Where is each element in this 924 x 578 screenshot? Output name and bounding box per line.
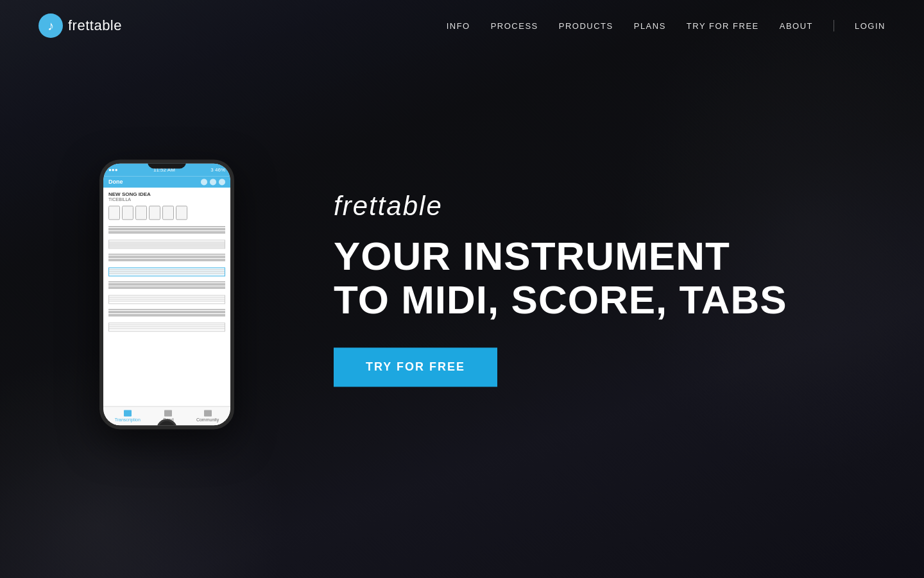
tab-line bbox=[109, 245, 225, 246]
staff-row-1 bbox=[108, 225, 225, 234]
nav-contact[interactable]: TRY FOR FREE bbox=[687, 21, 759, 31]
sheet-music bbox=[108, 223, 225, 337]
staff-line bbox=[108, 312, 225, 313]
chord-1 bbox=[108, 206, 120, 220]
tab-line bbox=[109, 326, 225, 327]
staff-line bbox=[108, 260, 225, 261]
status-battery: 3 46% bbox=[210, 167, 225, 173]
staff-line bbox=[108, 286, 225, 287]
chord-4 bbox=[149, 206, 160, 220]
phone-content: NEW SONG IDEA TICEBILLA bbox=[103, 188, 230, 340]
artist-name: TICEBILLA bbox=[108, 197, 225, 202]
staff-line bbox=[108, 254, 225, 254]
nav-community[interactable]: Community bbox=[196, 410, 219, 422]
nav-process[interactable]: PROCESS bbox=[491, 21, 538, 31]
staff-row-3 bbox=[108, 280, 225, 290]
chord-6 bbox=[176, 206, 187, 220]
staff-line bbox=[108, 288, 225, 288]
nav-login[interactable]: LOGIN bbox=[855, 21, 886, 31]
cta-button[interactable]: TRY FOR FREE bbox=[334, 348, 497, 387]
staff-line bbox=[108, 315, 225, 316]
phone-icons-bar bbox=[201, 179, 225, 185]
music-note-icon: ♪ bbox=[47, 19, 54, 33]
nav-links: INFO PROCESS PRODUCTS PLANS TRY FOR FREE… bbox=[447, 20, 886, 31]
nav-about[interactable]: ABOUT bbox=[780, 21, 813, 31]
hero-section: ♪ frettable INFO PROCESS PRODUCTS PLANS … bbox=[0, 0, 924, 578]
tab-line bbox=[109, 324, 225, 325]
tab-line bbox=[109, 299, 225, 299]
phone-device: ●●● 11:52 AM 3 46% Done NEW SONG IDEA bbox=[99, 159, 234, 429]
phone-done-button[interactable]: Done bbox=[108, 179, 123, 185]
transcription-label: Transcription bbox=[115, 417, 141, 422]
tab-line bbox=[109, 273, 225, 274]
nav-plans[interactable]: PLANS bbox=[634, 21, 666, 31]
phone-app-bar: Done bbox=[103, 176, 230, 188]
logo-text: frettable bbox=[68, 17, 122, 34]
status-signal: ●●● bbox=[108, 167, 118, 173]
chord-3 bbox=[135, 206, 147, 220]
staff-line bbox=[108, 283, 225, 284]
logo[interactable]: ♪ frettable bbox=[38, 13, 122, 38]
staff-row-4 bbox=[108, 308, 225, 317]
phone-mockup: ●●● 11:52 AM 3 46% Done NEW SONG IDEA bbox=[99, 159, 234, 429]
nav-products[interactable]: PRODUCTS bbox=[559, 21, 613, 31]
options-icon bbox=[210, 179, 216, 185]
chord-2 bbox=[122, 206, 133, 220]
staff-line bbox=[108, 226, 225, 227]
staff-line bbox=[108, 314, 225, 315]
hero-content: frettable YOUR INSTRUMENT TO MIDI, SCORE… bbox=[334, 191, 787, 387]
band-icon bbox=[164, 410, 172, 416]
staff-line bbox=[108, 281, 225, 282]
nav-info[interactable]: INFO bbox=[447, 21, 470, 31]
chord-5 bbox=[162, 206, 174, 220]
tab-line bbox=[109, 328, 225, 329]
chord-diagrams bbox=[108, 206, 225, 220]
tab-line bbox=[109, 241, 225, 242]
hero-tagline: frettable bbox=[334, 191, 787, 222]
tab-line bbox=[109, 269, 225, 270]
tab-line bbox=[109, 244, 225, 245]
tab-line bbox=[109, 243, 225, 243]
tab-row-2-highlighted bbox=[108, 267, 225, 276]
tab-row-3 bbox=[108, 295, 225, 304]
community-icon bbox=[204, 410, 212, 416]
staff-line bbox=[108, 256, 225, 256]
phone-screen: ●●● 11:52 AM 3 46% Done NEW SONG IDEA bbox=[103, 163, 230, 425]
tab-line bbox=[109, 247, 225, 247]
hero-title: YOUR INSTRUMENT TO MIDI, SCORE, TABS bbox=[334, 234, 787, 322]
phone-notch bbox=[148, 159, 186, 168]
staff-line bbox=[108, 311, 225, 311]
staff-line bbox=[108, 229, 225, 230]
tab-line bbox=[109, 271, 225, 272]
staff-line bbox=[108, 259, 225, 259]
share-icon bbox=[201, 179, 207, 185]
nav-transcription[interactable]: Transcription bbox=[115, 410, 141, 422]
hero-title-line2: TO MIDI, SCORE, TABS bbox=[334, 279, 787, 322]
transcription-icon bbox=[124, 410, 132, 416]
tab-row-1 bbox=[108, 240, 225, 249]
logo-icon: ♪ bbox=[38, 13, 63, 38]
hero-title-line1: YOUR INSTRUMENT bbox=[334, 234, 787, 278]
staff-line bbox=[108, 257, 225, 258]
main-nav: ♪ frettable INFO PROCESS PRODUCTS PLANS … bbox=[0, 0, 924, 51]
staff-line bbox=[108, 309, 225, 310]
tab-line bbox=[109, 297, 225, 297]
staff-row-2 bbox=[108, 252, 225, 262]
staff-line bbox=[108, 228, 225, 229]
community-label: Community bbox=[196, 417, 219, 422]
download-icon bbox=[219, 179, 225, 185]
tab-row-4 bbox=[108, 322, 225, 331]
staff-line bbox=[108, 232, 225, 233]
staff-line bbox=[108, 285, 225, 285]
nav-separator bbox=[834, 20, 834, 31]
tab-line bbox=[109, 301, 225, 301]
song-title: NEW SONG IDEA bbox=[108, 191, 225, 197]
staff-line bbox=[108, 231, 225, 232]
